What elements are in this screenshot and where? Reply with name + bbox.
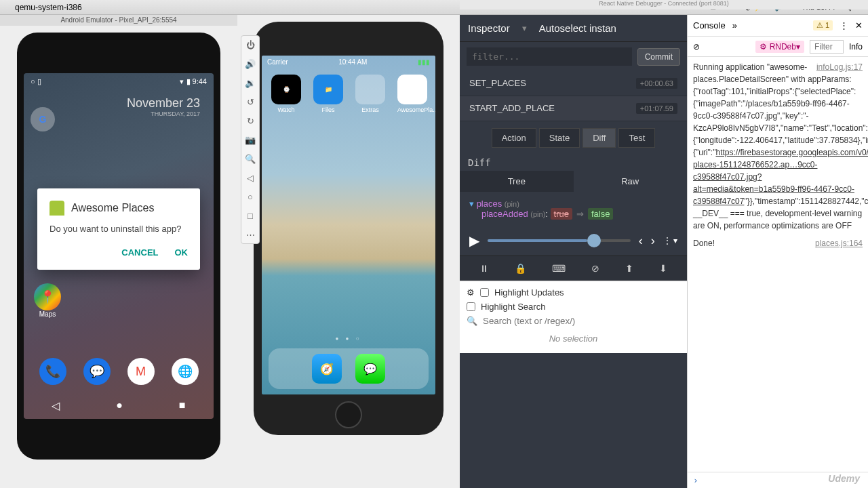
tree-raw-toggle: Tree Raw	[460, 171, 687, 192]
source-link[interactable]: infoLog.js:17	[816, 61, 863, 73]
messages-icon[interactable]: 💬	[355, 354, 385, 384]
android-emulator-window: Android Emulator - Pixel_API_26:5554 ○ ▯…	[0, 15, 237, 488]
android-dock: 📞 💬 M 🌐	[24, 358, 214, 385]
iphone-home-button[interactable]	[335, 401, 362, 428]
play-icon[interactable]: ▶	[469, 232, 479, 249]
rotate-right-icon[interactable]: ↻	[244, 115, 256, 127]
gear-icon[interactable]: ⚙	[467, 287, 475, 298]
source-link[interactable]: places.js:164	[815, 237, 863, 249]
page-dots[interactable]: ● ● ○	[262, 336, 435, 342]
prev-icon[interactable]: ‹	[639, 234, 643, 248]
phone-icon[interactable]: 📞	[39, 358, 66, 385]
volume-up-icon[interactable]: 🔊	[244, 58, 256, 70]
redux-devtools: Inspector ▾ Autoselect instan Commit SET…	[460, 15, 687, 488]
react-native-debugger: Inspector ▾ Autoselect instan Commit SET…	[460, 15, 868, 488]
action-tab[interactable]: Action	[492, 128, 536, 148]
android-robot-icon	[50, 201, 64, 216]
close-icon[interactable]: ✕	[855, 20, 863, 30]
highlight-updates-checkbox[interactable]	[480, 288, 489, 297]
keyboard-icon[interactable]: ⌨	[552, 263, 566, 274]
extras-folder[interactable]: Extras	[355, 75, 385, 113]
speed-menu[interactable]: ⋮ ▾	[663, 236, 677, 245]
home-icon[interactable]: ○	[244, 190, 256, 203]
diff-label: Diff	[460, 155, 687, 171]
home-button[interactable]: ●	[116, 399, 123, 411]
next-icon[interactable]: ›	[651, 234, 655, 248]
android-statusbar: ○ ▯ ▾ ▮ 9:44	[24, 73, 214, 89]
level-selector[interactable]: Info	[849, 42, 863, 52]
tree-view[interactable]: Tree	[460, 171, 574, 192]
messages-icon[interactable]: 💬	[83, 358, 111, 385]
pixel-device-frame: ○ ▯ ▾ ▮ 9:44 G November 23 THURSDAY, 201…	[17, 33, 220, 460]
safari-icon[interactable]: 🧭	[312, 354, 342, 384]
raw-view[interactable]: Raw	[574, 171, 688, 192]
volume-down-icon[interactable]: 🔉	[244, 77, 256, 89]
power-icon[interactable]: ⏻	[244, 39, 256, 51]
maps-app-icon[interactable]: 📍 Maps	[34, 283, 61, 318]
dialog-message: Do you want to uninstall this app?	[50, 224, 188, 234]
lock-icon[interactable]: 🔒	[515, 263, 526, 274]
overview-icon[interactable]: □	[244, 209, 256, 222]
search-icon: 🔍	[467, 316, 477, 326]
test-tab[interactable]: Test	[618, 128, 655, 148]
files-app[interactable]: 📁Files	[313, 75, 343, 113]
no-selection-label: No selection	[467, 328, 680, 349]
debugger-window-title: React Native Debugger - Connected (port …	[460, 0, 868, 9]
react-devtools-panel: ⚙ Highlight Updates Highlight Search 🔍 N…	[460, 281, 687, 353]
watch-app[interactable]: ⌚Watch	[271, 75, 301, 113]
dialog-title-text: Awesome Places	[71, 202, 154, 214]
ios-home-apps: ⌚Watch 📁Files Extras AwesomePla...	[262, 68, 435, 120]
back-button[interactable]: ◁	[52, 399, 60, 412]
download-icon[interactable]: ⬇	[659, 263, 667, 274]
diff-tree: ▾ places (pin) placeAdded (pin): true⇒fa…	[460, 192, 687, 226]
emulator-toolbar: ⏻ 🔊 🔉 ↺ ↻ 📷 🔍 ◁ ○ □ ⋯	[241, 35, 260, 244]
console-output[interactable]: infoLog.js:17 Running application "aweso…	[688, 57, 868, 472]
timeline-slider[interactable]	[488, 239, 631, 242]
action-list: SET_PLACES+00:00.63 START_ADD_PLACE+01:0…	[460, 71, 687, 121]
context-selector[interactable]: ⚙ RNDeb▾	[755, 41, 804, 53]
detail-tabs: Action State Diff Test	[460, 121, 687, 155]
gmail-icon[interactable]: M	[127, 358, 155, 385]
android-navbar: ◁ ● ■	[24, 392, 214, 419]
settings-icon[interactable]: ⋮	[840, 20, 848, 30]
back-icon[interactable]: ◁	[244, 171, 256, 184]
cancel-button[interactable]: CANCEL	[121, 247, 158, 258]
ios-screen[interactable]: Carrier 10:44 AM ▮▮▮ ⌚Watch 📁Files Extra…	[262, 56, 435, 394]
screenshot-icon[interactable]: 📷	[244, 134, 256, 146]
clear-icon[interactable]: ⊘	[693, 42, 700, 52]
android-screen[interactable]: ○ ▯ ▾ ▮ 9:44 G November 23 THURSDAY, 201…	[24, 73, 214, 419]
devtools-console: Console » ⚠ 1 ⋮ ✕ ⊘ ⚙ RNDeb▾ Info infoLo…	[687, 15, 868, 488]
awesome-places-app[interactable]: AwesomePla...	[397, 75, 435, 113]
diff-tab[interactable]: Diff	[583, 128, 616, 148]
dropdown-icon[interactable]: ▾	[522, 23, 527, 33]
filter-input[interactable]	[467, 47, 632, 66]
rotate-left-icon[interactable]: ↺	[244, 96, 256, 108]
element-search-input[interactable]	[483, 316, 680, 326]
filter-input[interactable]	[810, 40, 844, 54]
zoom-icon[interactable]: 🔍	[244, 152, 256, 165]
state-tab[interactable]: State	[539, 128, 580, 148]
inspector-tab[interactable]: Inspector	[468, 22, 510, 34]
chrome-icon[interactable]: 🌐	[172, 358, 199, 385]
app-name[interactable]: qemu-system-i386	[15, 3, 82, 12]
pause-icon[interactable]: ⏸	[479, 263, 489, 274]
iphone-device-frame: Carrier 10:44 AM ▮▮▮ ⌚Watch 📁Files Extra…	[254, 22, 443, 435]
ios-statusbar: Carrier 10:44 AM ▮▮▮	[262, 56, 435, 68]
ok-button[interactable]: OK	[175, 247, 189, 258]
warning-badge[interactable]: ⚠ 1	[813, 20, 833, 30]
udemy-watermark: Udemy	[828, 473, 860, 484]
autoselect-tab[interactable]: Autoselect instan	[539, 22, 616, 34]
action-item[interactable]: SET_PLACES+00:00.63	[460, 71, 687, 96]
console-tab[interactable]: Console	[693, 20, 726, 30]
ios-simulator-window: Carrier 10:44 AM ▮▮▮ ⌚Watch 📁Files Extra…	[237, 15, 460, 488]
highlight-search-checkbox[interactable]	[467, 302, 475, 311]
disable-icon[interactable]: ⊘	[591, 263, 599, 274]
ios-dock: 🧭 💬	[269, 348, 429, 389]
commit-button[interactable]: Commit	[637, 48, 680, 66]
recents-button[interactable]: ■	[179, 399, 186, 411]
more-icon[interactable]: ⋯	[244, 228, 256, 241]
more-tabs-icon[interactable]: »	[732, 20, 737, 30]
android-window-title: Android Emulator - Pixel_API_26:5554	[0, 15, 237, 26]
upload-icon[interactable]: ⬆	[625, 263, 633, 274]
action-item[interactable]: START_ADD_PLACE+01:07.59	[460, 96, 687, 121]
